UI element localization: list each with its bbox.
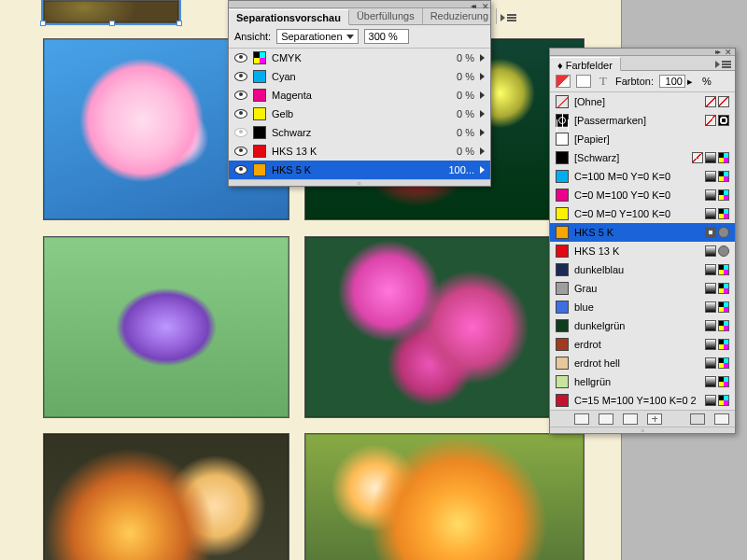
swatch-row[interactable]: HKS 13 K <box>550 242 735 260</box>
visibility-eye-icon[interactable] <box>234 53 247 63</box>
color-swatch-icon <box>556 357 569 370</box>
close-icon[interactable]: ✕ <box>725 48 732 57</box>
swatch-row[interactable]: hellgrün <box>550 372 735 391</box>
swatch-badge-icon <box>705 208 716 219</box>
resize-grip[interactable]: ≡ <box>229 179 490 186</box>
view-label: Ansicht: <box>234 31 271 42</box>
swatch-name: [Schwarz] <box>574 152 686 163</box>
swatch-row[interactable]: C=100 M=0 Y=0 K=0 <box>550 167 735 186</box>
swatch-row[interactable]: erdrot hell <box>550 354 735 372</box>
tint-stepper-icon[interactable]: ▸ <box>687 76 693 88</box>
ink-name: Magenta <box>272 90 435 101</box>
swatch-badge-icon <box>705 152 716 163</box>
visibility-eye-icon[interactable] <box>234 91 247 100</box>
swatch-row[interactable]: erdrot <box>550 335 735 354</box>
placed-image[interactable] <box>43 0 179 23</box>
swatch-badge-icon <box>705 96 716 107</box>
placed-image[interactable] <box>304 236 585 418</box>
swatch-row[interactable]: C=15 M=100 Y=100 K=0 2 <box>550 391 735 410</box>
separation-row[interactable]: Schwarz0 % <box>229 123 490 142</box>
swatch-badge-icon <box>705 227 716 238</box>
ink-swatch-icon <box>253 126 266 139</box>
tab-flatten[interactable]: Reduzierung <box>423 8 497 24</box>
separation-row[interactable]: Magenta0 % <box>229 86 490 105</box>
swatches-panel[interactable]: ▸▸ ✕ ♦ Farbfelder T Farbton: ▸ % [Ohne][… <box>549 48 736 434</box>
placed-image[interactable] <box>43 433 289 560</box>
swatch-row[interactable]: HKS 5 K <box>550 223 735 242</box>
placed-image[interactable] <box>304 433 585 560</box>
separation-row[interactable]: Cyan0 % <box>229 67 490 86</box>
separation-row[interactable]: CMYK0 % <box>229 49 490 67</box>
visibility-eye-icon[interactable] <box>234 165 247 175</box>
panel-menu-icon[interactable] <box>712 56 735 70</box>
swatch-badge-icon <box>705 283 716 294</box>
show-large-icon[interactable] <box>623 413 638 425</box>
swatch-row[interactable]: C=0 M=0 Y=100 K=0 <box>550 204 735 223</box>
separation-row[interactable]: HKS 13 K0 % <box>229 142 490 161</box>
panel-tabs: ♦ Farbfelder <box>550 56 735 71</box>
panel-titlebar[interactable]: ▸▸ ✕ <box>550 49 735 56</box>
visibility-eye-icon[interactable] <box>234 147 247 156</box>
chevron-right-icon[interactable] <box>480 73 485 80</box>
ink-name: CMYK <box>272 52 435 63</box>
swatch-row[interactable]: [Passermarken] <box>550 111 735 130</box>
swatch-row[interactable]: [Schwarz] <box>550 148 735 167</box>
zoom-field[interactable]: 300 % <box>364 29 409 44</box>
chevron-right-icon[interactable] <box>480 110 485 118</box>
swatch-badge-icon <box>705 301 716 313</box>
chevron-right-icon[interactable] <box>480 147 485 155</box>
stroke-proxy-icon[interactable] <box>576 75 591 88</box>
swatch-badge-icon <box>718 264 729 275</box>
ink-percentage: 0 % <box>441 108 474 119</box>
ink-percentage: 0 % <box>441 52 474 63</box>
swatch-row[interactable]: C=0 M=100 Y=0 K=0 <box>550 186 735 204</box>
visibility-eye-icon[interactable] <box>234 72 247 81</box>
tab-trap[interactable]: Überfüllungs <box>349 8 423 24</box>
tab-separations[interactable]: Separationsvorschau <box>229 9 349 25</box>
show-list-icon[interactable] <box>574 413 589 425</box>
panel-titlebar[interactable]: ◂◂ ✕ <box>229 1 490 8</box>
placed-image[interactable] <box>43 236 289 418</box>
swatch-row[interactable]: Grau <box>550 279 735 298</box>
ink-name: HKS 5 K <box>272 164 435 175</box>
swatch-row[interactable]: [Ohne] <box>550 92 735 111</box>
visibility-eye-icon[interactable] <box>234 109 247 119</box>
visibility-eye-icon[interactable] <box>234 128 247 137</box>
collapse-icon[interactable]: ▸▸ <box>715 48 719 56</box>
fill-proxy-icon[interactable] <box>556 75 571 88</box>
chevron-right-icon[interactable] <box>480 91 485 99</box>
close-icon[interactable]: ✕ <box>482 2 487 7</box>
tint-input[interactable] <box>659 75 685 88</box>
swatch-badge-icon <box>718 357 729 369</box>
swatch-row[interactable]: dunkelblau <box>550 260 735 279</box>
swatch-row[interactable]: dunkelgrün <box>550 316 735 335</box>
ink-percentage: 0 % <box>441 90 474 101</box>
chevron-right-icon[interactable] <box>480 129 485 136</box>
separations-preview-panel[interactable]: ◂◂ ✕ Separationsvorschau Überfüllungs Re… <box>228 0 491 187</box>
view-dropdown[interactable]: Separationen <box>276 29 358 44</box>
swatch-name: dunkelblau <box>574 264 699 275</box>
swatch-row[interactable]: blue <box>550 298 735 316</box>
resize-grip[interactable]: ≡ <box>550 427 735 433</box>
ink-name: HKS 13 K <box>272 146 435 157</box>
text-proxy-icon[interactable]: T <box>597 74 610 89</box>
separation-row[interactable]: Gelb0 % <box>229 105 490 123</box>
color-swatch-icon <box>556 133 569 146</box>
tab-swatches[interactable]: ♦ Farbfelder <box>550 57 621 71</box>
chevron-right-icon[interactable] <box>480 54 485 62</box>
swatch-row[interactable]: [Papier] <box>550 130 735 148</box>
panel-menu-icon[interactable] <box>497 8 520 24</box>
minimize-icon[interactable]: ◂◂ <box>471 2 476 7</box>
swatch-badge-icon <box>718 208 729 219</box>
separation-row[interactable]: HKS 5 K100... <box>229 161 490 179</box>
swatch-badge-icon <box>705 339 716 350</box>
chevron-right-icon[interactable] <box>480 166 485 174</box>
delete-swatch-button[interactable] <box>690 413 705 425</box>
new-swatch-button[interactable] <box>647 413 662 425</box>
color-swatch-icon <box>556 207 569 220</box>
ink-swatch-icon <box>253 89 266 102</box>
swatch-badge-icon <box>705 189 716 201</box>
swatch-menu-button[interactable] <box>714 413 729 425</box>
show-small-icon[interactable] <box>599 413 613 425</box>
color-swatch-icon <box>556 226 569 239</box>
